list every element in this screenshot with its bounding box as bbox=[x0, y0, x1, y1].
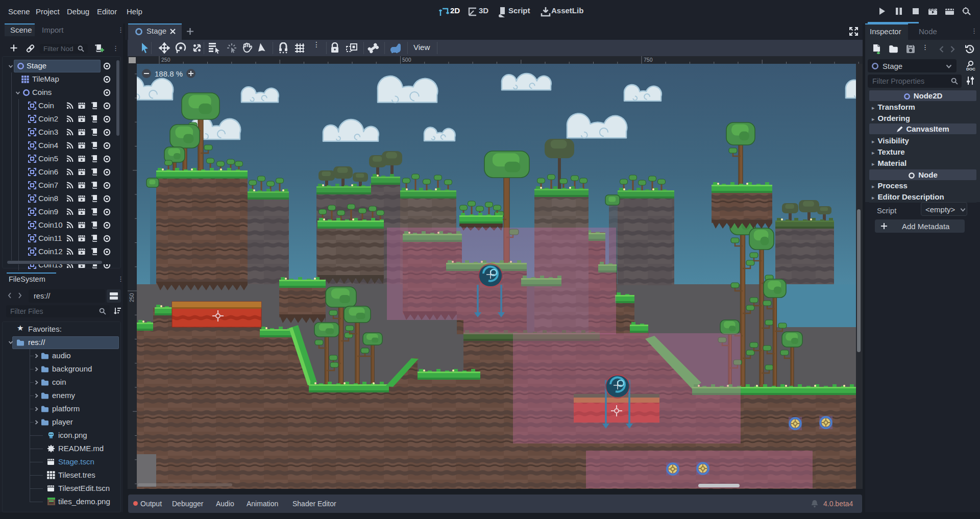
svg-text:250: 250 bbox=[161, 57, 170, 63]
svg-text:500: 500 bbox=[402, 57, 411, 63]
svg-text:188.8 %: 188.8 % bbox=[155, 69, 183, 78]
svg-text:250: 250 bbox=[129, 293, 135, 302]
svg-text:DOC: DOC bbox=[966, 67, 975, 71]
svg-text:750: 750 bbox=[644, 57, 653, 63]
